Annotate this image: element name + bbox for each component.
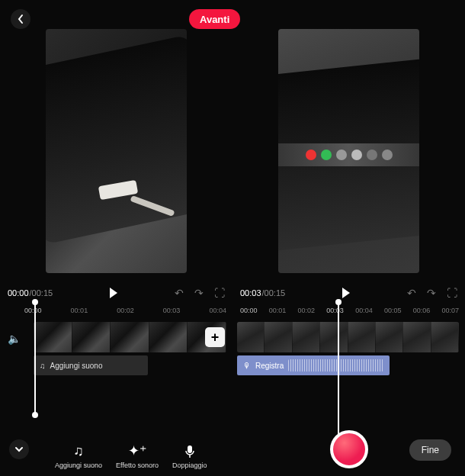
timeline-ticks: 00:00 00:01 00:02 00:03 00:04 [24,307,226,319]
total-time: /00:15 [262,288,286,298]
clip-thumbnails[interactable] [237,322,459,352]
tick-label: 00:03 [163,307,181,319]
current-time: 00:00 [8,288,29,298]
add-sound-track[interactable]: ♫ Aggiungi suono [34,355,148,375]
tick-label: 00:03 [326,307,344,319]
play-button[interactable] [110,288,117,298]
total-time: /00:15 [30,288,53,298]
editor-pane-right: 00:03 /00:15 ↶ ↷ ⛶ 00:00 00:01 00:02 00:… [232,0,465,476]
undo-icon[interactable]: ↶ [407,287,416,299]
volume-icon[interactable]: 🔈 [8,333,21,345]
play-button[interactable] [342,288,350,298]
tool-label: Aggiungi suono [55,462,102,470]
playback-controls: 00:00 /00:15 ↶ ↷ ⛶ [8,285,225,301]
tick-label: 00:00 [240,307,258,319]
tick-label: 00:01 [71,307,88,319]
video-preview[interactable] [46,29,187,273]
timeline[interactable]: 🔈 + ♫ Aggiungi suono [8,322,228,383]
done-button[interactable]: Fine [409,439,451,461]
playhead[interactable] [34,302,36,415]
playhead[interactable] [338,302,339,439]
expand-tools-button[interactable] [9,439,29,459]
undo-icon[interactable]: ↶ [175,287,184,299]
video-preview[interactable] [278,29,419,273]
add-sound-label: Aggiungi suono [50,362,103,370]
tick-label: 00:00 [24,307,42,319]
tick-label: 00:04 [355,307,373,319]
tool-add-sound[interactable]: ♫ Aggiungi suono [55,444,102,470]
tick-label: 00:06 [413,307,431,319]
redo-icon[interactable]: ↷ [194,287,204,299]
editor-pane-left: Avanti 00:00 /00:15 ↶ ↷ ⛶ 00:00 00:01 00… [0,0,232,476]
fullscreen-icon[interactable]: ⛶ [214,287,225,299]
record-button[interactable] [330,430,368,468]
add-clip-button[interactable]: + [205,327,225,347]
tool-strip: ♫ Aggiungi suono ✦⁺ Effetto sonoro Doppi… [55,444,207,470]
redo-icon[interactable]: ↷ [427,287,436,299]
svg-rect-0 [188,445,192,453]
fullscreen-icon[interactable]: ⛶ [447,287,457,299]
music-note-icon: ♫ [73,444,84,459]
next-button-label: Avanti [200,14,229,25]
timeline[interactable]: 🎙 Registra [237,322,460,383]
mic-icon [184,444,195,459]
tick-label: 00:02 [117,307,134,319]
music-note-icon: ♫ [40,362,46,370]
back-button[interactable] [11,9,30,29]
tick-label: 00:07 [441,307,459,319]
playback-controls: 00:03 /00:15 ↶ ↷ ⛶ [240,285,457,301]
timeline-ticks: 00:00 00:01 00:02 00:03 00:04 00:05 00:0… [240,307,459,319]
sparkle-icon: ✦⁺ [128,444,147,459]
clip-thumbnails[interactable] [34,322,226,352]
tick-label: 00:05 [384,307,402,319]
tool-dubbing[interactable]: Doppiaggio [172,444,207,470]
voice-record-track[interactable]: 🎙 Registra [237,355,390,375]
chevron-down-icon [14,446,24,452]
current-time: 00:03 [240,288,261,298]
tick-label: 00:01 [269,307,287,319]
mic-icon: 🎙 [243,362,251,370]
tick-label: 00:04 [209,307,226,319]
record-track-label: Registra [255,362,284,370]
tick-label: 00:02 [298,307,316,319]
chevron-left-icon [17,14,24,24]
tool-sound-effect[interactable]: ✦⁺ Effetto sonoro [116,444,159,470]
waveform [288,359,383,371]
tool-label: Effetto sonoro [116,462,159,470]
done-button-label: Fine [422,445,439,455]
tool-label: Doppiaggio [172,462,207,470]
